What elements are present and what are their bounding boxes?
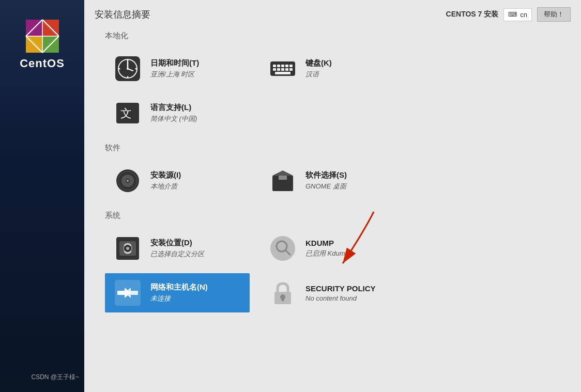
svg-rect-25 [281, 65, 284, 67]
keyboard-item[interactable]: 键盘(K) 汉语 [260, 49, 405, 88]
install-dest-text: 安装位置(D) 已选择自定义分区 [150, 238, 204, 259]
svg-point-19 [127, 76, 129, 78]
svg-point-18 [127, 60, 129, 61]
software-grid: 安装源(I) 本地介质 软件选择(S) GNOME 桌面 [105, 161, 560, 200]
svg-rect-56 [282, 297, 284, 301]
svg-point-21 [135, 68, 137, 70]
kdump-icon [268, 234, 297, 263]
svg-rect-30 [281, 68, 284, 71]
install-source-subtitle: 本地介质 [150, 182, 181, 191]
language-grid: 文 语言支持(L) 简体中文 (中国) [105, 93, 560, 133]
content-area: 本地化 [84, 26, 581, 392]
software-select-subtitle: GNOME 桌面 [305, 182, 347, 191]
language-text: 语言支持(L) 简体中文 (中国) [150, 103, 197, 123]
brand-name: CentOS [20, 57, 65, 70]
install-source-icon [113, 166, 142, 195]
software-select-item[interactable]: 软件选择(S) GNOME 桌面 [260, 161, 405, 200]
svg-rect-43 [279, 176, 287, 180]
svg-rect-26 [285, 65, 288, 67]
install-label: CENTOS 7 安装 [446, 10, 499, 19]
network-subtitle: 未连接 [150, 294, 208, 303]
install-source-title: 安装源(I) [150, 170, 181, 180]
header: 安装信息摘要 CENTOS 7 安装 ⌨ cn 帮助！ [84, 0, 581, 26]
centos-logo [22, 15, 63, 57]
software-select-title: 软件选择(S) [305, 170, 347, 180]
security-icon [268, 278, 297, 307]
security-text: SECURITY POLICY No content found [305, 284, 376, 302]
main-content: 安装信息摘要 CENTOS 7 安装 ⌨ cn 帮助！ 本地化 [84, 0, 581, 392]
watermark: CSDN @王子様~ [31, 373, 79, 382]
install-dest-item[interactable]: 安装位置(D) 已选择自定义分区 [105, 229, 250, 268]
security-item[interactable]: SECURITY POLICY No content found [260, 273, 405, 312]
help-button[interactable]: 帮助！ [537, 7, 571, 22]
svg-rect-23 [273, 65, 276, 67]
page-title: 安装信息摘要 [95, 8, 150, 21]
datetime-title: 日期和时间(T) [150, 58, 199, 68]
software-select-text: 软件选择(S) GNOME 桌面 [305, 170, 347, 191]
datetime-subtitle: 亚洲/上海 时区 [150, 70, 199, 79]
keyboard-icon: ⌨ [508, 11, 517, 18]
language-icon: 文 [113, 99, 142, 128]
system-grid2: 网络和主机名(N) 未连接 [105, 273, 560, 312]
language-title: 语言支持(L) [150, 103, 197, 113]
keyboard-item-subtitle: 汉语 [305, 70, 332, 79]
section-localization: 本地化 [105, 31, 560, 41]
install-source-text: 安装源(I) 本地介质 [150, 170, 181, 191]
install-dest-subtitle: 已选择自定义分区 [150, 249, 204, 259]
install-dest-icon [113, 234, 142, 263]
sidebar: CentOS CSDN @王子様~ [0, 0, 84, 392]
install-source-item[interactable]: 安装源(I) 本地介质 [105, 161, 250, 200]
system-grid1: 安装位置(D) 已选择自定义分区 KDUMP 已启用 Kdump [105, 229, 560, 268]
keyboard-item-icon [268, 54, 297, 83]
svg-rect-31 [285, 68, 288, 71]
svg-point-17 [127, 68, 129, 70]
keyboard-value: cn [520, 11, 527, 19]
svg-rect-32 [289, 68, 293, 71]
svg-text:文: 文 [120, 107, 132, 120]
svg-point-20 [119, 68, 120, 70]
svg-rect-24 [277, 65, 280, 67]
svg-rect-29 [277, 68, 280, 71]
datetime-icon [113, 54, 142, 83]
network-text: 网络和主机名(N) 未连接 [150, 283, 208, 303]
network-item[interactable]: 网络和主机名(N) 未连接 [105, 273, 250, 312]
section-software: 软件 [105, 143, 560, 153]
svg-marker-42 [272, 170, 293, 176]
kdump-text: KDUMP 已启用 Kdump [305, 239, 349, 258]
language-item[interactable]: 文 语言支持(L) 简体中文 (中国) [105, 93, 250, 133]
header-right: CENTOS 7 安装 ⌨ cn 帮助！ [446, 7, 571, 22]
network-title: 网络和主机名(N) [150, 283, 208, 292]
software-select-icon [268, 166, 297, 195]
keyboard-input[interactable]: ⌨ cn [503, 8, 532, 21]
svg-point-47 [126, 247, 129, 250]
security-subtitle: No content found [305, 294, 376, 302]
kdump-item[interactable]: KDUMP 已启用 Kdump [260, 229, 405, 268]
localization-grid: 日期和时间(T) 亚洲/上海 时区 [105, 49, 560, 88]
language-subtitle: 简体中文 (中国) [150, 114, 197, 123]
keyboard-item-title: 键盘(K) [305, 58, 332, 68]
security-title: SECURITY POLICY [305, 284, 376, 293]
kdump-title: KDUMP [305, 239, 349, 247]
svg-point-40 [127, 180, 129, 182]
kdump-subtitle: 已启用 Kdump [305, 249, 349, 258]
section-system: 系统 [105, 211, 560, 221]
svg-point-48 [270, 236, 295, 261]
install-dest-title: 安装位置(D) [150, 238, 204, 248]
svg-rect-28 [273, 68, 276, 71]
datetime-text: 日期和时间(T) 亚洲/上海 时区 [150, 58, 199, 79]
network-icon [113, 278, 142, 307]
svg-rect-33 [275, 72, 290, 74]
keyboard-item-text: 键盘(K) 汉语 [305, 58, 332, 79]
datetime-item[interactable]: 日期和时间(T) 亚洲/上海 时区 [105, 49, 250, 88]
svg-rect-27 [289, 65, 293, 67]
